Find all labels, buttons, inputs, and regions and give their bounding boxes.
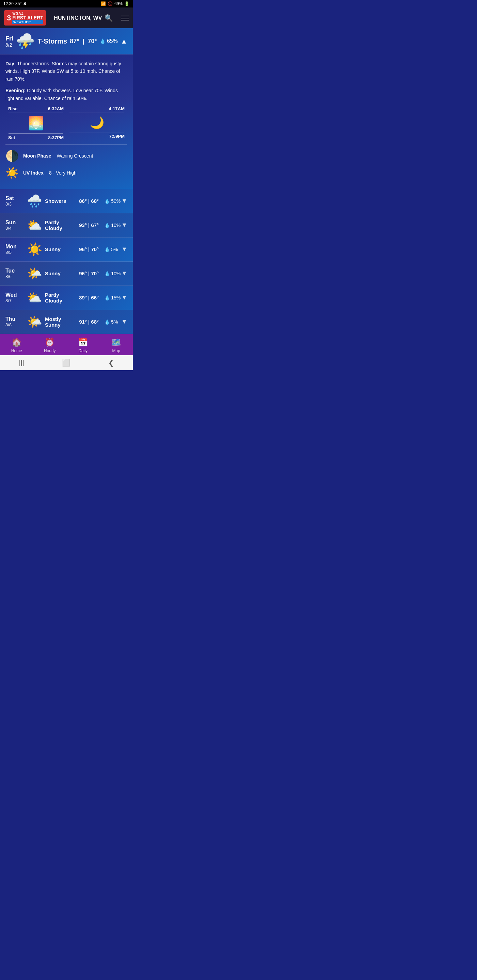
wed-chevron[interactable]: ▼ bbox=[121, 294, 127, 301]
mon-icon: ☀️ bbox=[27, 242, 42, 256]
high-low-temp: 87° | 70° bbox=[70, 38, 97, 45]
wifi-icon: 📶 bbox=[101, 2, 106, 6]
status-temp: 85° bbox=[15, 2, 21, 6]
map-icon: 🗺️ bbox=[111, 337, 121, 347]
hourly-label: Hourly bbox=[44, 348, 56, 353]
location-name: HUNTINGTON, WV bbox=[54, 15, 102, 21]
nav-daily[interactable]: 📅 Daily bbox=[71, 337, 95, 353]
daily-icon: 📅 bbox=[78, 337, 88, 347]
status-right: 📶 🚫 69% 🔋 bbox=[101, 2, 129, 6]
sun-pct: 10% bbox=[111, 223, 121, 228]
day-description: Day: Thunderstorms. Storms may contain s… bbox=[5, 60, 127, 83]
moonrise-time: 4:17AM bbox=[109, 106, 124, 111]
nav-home[interactable]: 🏠 Home bbox=[5, 337, 29, 353]
low-temp: 70° bbox=[88, 38, 97, 45]
mon-precip: 💧 5% bbox=[104, 247, 121, 252]
moon-section: 4:17AM 🌙 7:59PM bbox=[66, 106, 127, 140]
condition-name: T-Storms bbox=[37, 37, 67, 45]
sun-precip: 💧 10% bbox=[104, 223, 121, 228]
sun-chevron[interactable]: ▼ bbox=[121, 221, 127, 229]
sun-day-info: Sun 8/4 bbox=[5, 220, 24, 231]
set-label: Set bbox=[8, 135, 15, 140]
forecast-row-tue[interactable]: Tue 8/6 🌤️ Sunny 96° | 70° 💧 10% ▼ bbox=[0, 262, 133, 286]
day-date: 8/2 bbox=[5, 42, 13, 48]
menu-button[interactable] bbox=[121, 16, 129, 21]
forecast-row-sun[interactable]: Sun 8/4 ⛅ PartlyCloudy 93° | 67° 💧 10% ▼ bbox=[0, 213, 133, 237]
sun-set-labels: Set 8:37PM bbox=[5, 135, 66, 140]
thu-chevron[interactable]: ▼ bbox=[121, 318, 127, 325]
status-time: 12:30 bbox=[3, 2, 14, 6]
precip-group: 💧 65% bbox=[100, 38, 118, 44]
moon-phase-value: Waning Crescent bbox=[56, 153, 93, 159]
sat-temps: 86° | 68° bbox=[73, 198, 104, 204]
moon-phase-icon: 🌗 bbox=[5, 150, 19, 162]
map-label: Map bbox=[112, 348, 120, 353]
dnd-icon: 🚫 bbox=[108, 2, 113, 6]
logo-alert: FIRST ALERT bbox=[12, 15, 43, 20]
wed-condition: PartlyCloudy bbox=[45, 292, 73, 304]
collapse-chevron[interactable]: ▲ bbox=[121, 37, 127, 45]
forecast-row-wed[interactable]: Wed 8/7 ⛅ PartlyCloudy 89° | 66° 💧 15% ▼ bbox=[0, 286, 133, 310]
wed-icon: ⛅ bbox=[27, 291, 42, 305]
wed-precip: 💧 15% bbox=[104, 295, 121, 301]
sunset-time: 8:37PM bbox=[48, 135, 64, 140]
sun-divider bbox=[8, 113, 63, 113]
tue-drop: 💧 bbox=[104, 271, 110, 276]
search-icon[interactable]: 🔍 bbox=[105, 14, 113, 22]
sun-icon: 🌅 bbox=[28, 116, 44, 130]
wed-temps: 89° | 66° bbox=[73, 295, 104, 301]
tue-chevron[interactable]: ▼ bbox=[121, 270, 127, 277]
back-button[interactable]: ❮ bbox=[108, 359, 114, 367]
wed-day-info: Wed 8/7 bbox=[5, 292, 24, 303]
sat-pct: 50% bbox=[111, 198, 121, 204]
uv-index-label: UV Index bbox=[23, 170, 43, 176]
tue-day-info: Tue 8/6 bbox=[5, 268, 24, 279]
rise-label: Rise bbox=[8, 106, 18, 111]
sat-condition: Showers bbox=[45, 198, 73, 204]
sat-chevron[interactable]: ▼ bbox=[121, 197, 127, 205]
app-logo: 3 WSAZ FIRST ALERT WEATHER bbox=[4, 10, 46, 25]
forecast-row-mon[interactable]: Mon 8/5 ☀️ Sunny 96° | 70° 💧 5% ▼ bbox=[0, 237, 133, 262]
home-icon: 🏠 bbox=[11, 337, 22, 347]
system-nav-bar: ||| ⬜ ❮ bbox=[0, 355, 133, 370]
app-header: 3 WSAZ FIRST ALERT WEATHER HUNTINGTON, W… bbox=[0, 8, 133, 28]
wed-drop: 💧 bbox=[104, 295, 110, 301]
nav-map[interactable]: 🗺️ Map bbox=[104, 337, 128, 353]
tue-pct: 10% bbox=[111, 271, 121, 276]
thu-day-info: Thu 8/8 bbox=[5, 316, 24, 327]
logo-text: WSAZ FIRST ALERT WEATHER bbox=[12, 11, 43, 24]
battery-icon: 🔋 bbox=[124, 2, 129, 6]
day-label: Day: bbox=[5, 61, 16, 66]
moon-icon: 🌙 bbox=[90, 116, 104, 129]
sun-moon-section: Rise 6:32AM 🌅 Set 8:37PM 4:17AM 🌙 7:59PM bbox=[5, 106, 127, 145]
nav-hourly[interactable]: ⏰ Hourly bbox=[38, 337, 62, 353]
sat-day-info: Sat 8/3 bbox=[5, 195, 24, 207]
mon-drop: 💧 bbox=[104, 247, 110, 252]
mon-temps: 96° | 70° bbox=[73, 247, 104, 252]
status-icon: ✖ bbox=[23, 2, 27, 6]
moon-phase-row: 🌗 Moon Phase Waning Crescent bbox=[5, 150, 127, 162]
logo-weather: WEATHER bbox=[12, 20, 43, 24]
sunrise-time: 6:32AM bbox=[48, 106, 64, 111]
recent-apps-button[interactable]: ||| bbox=[19, 359, 24, 366]
expanded-day-header[interactable]: Fri 8/2 ⛈️ T-Storms 87° | 70° 💧 65% ▲ bbox=[0, 28, 133, 54]
location-search: HUNTINGTON, WV 🔍 bbox=[54, 14, 113, 22]
tue-precip: 💧 10% bbox=[104, 271, 121, 276]
mon-day-info: Mon 8/5 bbox=[5, 243, 24, 255]
moon-divider2 bbox=[69, 132, 124, 132]
evening-description: Evening: Cloudy with showers. Low near 7… bbox=[5, 87, 127, 102]
sat-icon: 🌧️ bbox=[27, 194, 42, 208]
forecast-row-sat[interactable]: Sat 8/3 🌧️ Showers 86° | 68° 💧 50% ▼ bbox=[0, 189, 133, 213]
evening-label: Evening: bbox=[5, 88, 26, 93]
tue-icon: 🌤️ bbox=[27, 266, 42, 281]
home-button[interactable]: ⬜ bbox=[62, 359, 70, 367]
mon-chevron[interactable]: ▼ bbox=[121, 246, 127, 253]
sun-section: Rise 6:32AM 🌅 Set 8:37PM bbox=[5, 106, 66, 140]
sat-drop: 💧 bbox=[104, 198, 110, 204]
forecast-row-thu[interactable]: Thu 8/8 🌤️ MostlySunny 91° | 68° 💧 5% ▼ bbox=[0, 310, 133, 334]
thu-drop: 💧 bbox=[104, 319, 110, 325]
moon-phase-label: Moon Phase bbox=[23, 153, 51, 159]
uv-index-value: 8 - Very High bbox=[49, 170, 77, 176]
sun-condition: PartlyCloudy bbox=[45, 220, 73, 231]
precip-pct: 65% bbox=[107, 38, 118, 44]
